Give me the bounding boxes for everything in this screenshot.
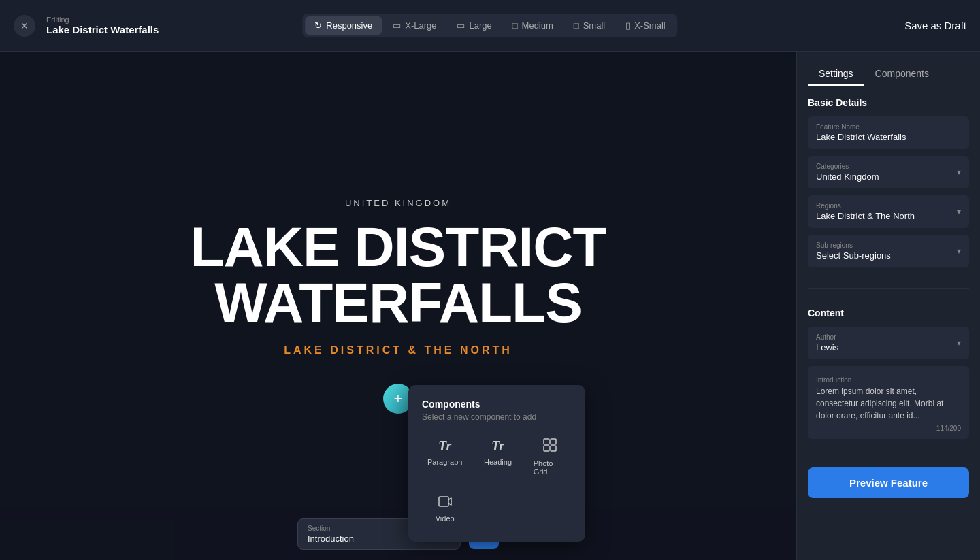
viewport-tab-xsmall-label: X-Small (634, 20, 666, 31)
author-label: Author (816, 333, 838, 341)
introduction-label: Introduction (816, 376, 851, 384)
svg-rect-1 (551, 439, 556, 444)
photo-grid-icon (543, 438, 557, 455)
xsmall-icon: ▯ (625, 20, 630, 31)
viewport-tab-xlarge[interactable]: ▭ X-Large (383, 16, 446, 35)
close-icon: ✕ (20, 20, 29, 31)
introduction-field: Introduction Lorem ipsum dolor sit amet,… (808, 366, 969, 439)
introduction-box[interactable]: Introduction Lorem ipsum dolor sit amet,… (808, 366, 969, 439)
char-count: 114/200 (816, 425, 961, 432)
subregions-box[interactable]: Sub-regions Select Sub-regions ▾ (808, 235, 969, 267)
panel-tabs: Settings Components (797, 52, 980, 86)
categories-chevron-icon: ▾ (957, 167, 961, 177)
feature-name-field: Feature Name Lake District Waterfalls (808, 116, 969, 149)
heading-icon: Tr (491, 438, 504, 454)
editing-info: Editing Lake District Waterfalls (46, 16, 159, 35)
subregions-field: Sub-regions Select Sub-regions ▾ (808, 235, 969, 267)
tab-components[interactable]: Components (864, 63, 940, 86)
subregions-text: Sub-regions Select Sub-regions (816, 242, 891, 261)
viewport-tab-small[interactable]: □ Small (564, 16, 615, 35)
viewport-tab-responsive[interactable]: ↻ Responsive (305, 16, 382, 35)
viewport-tab-large[interactable]: ▭ Large (447, 16, 501, 35)
popup-item-heading[interactable]: Tr Heading (476, 433, 519, 481)
small-icon: □ (574, 20, 579, 31)
introduction-text: Lorem ipsum dolor sit amet, consectetur … (816, 385, 961, 422)
regions-label: Regions (816, 202, 915, 210)
save-draft-button[interactable]: Save as Draft (904, 20, 966, 31)
subregions-chevron-icon: ▾ (957, 246, 961, 256)
svg-rect-4 (439, 497, 448, 506)
plus-icon: + (394, 391, 403, 406)
popup-item-paragraph-label: Paragraph (427, 458, 462, 466)
right-panel: Settings Components Basic Details Featur… (796, 52, 980, 560)
viewport-tab-large-label: Large (469, 20, 491, 31)
feature-name-label: Feature Name (816, 123, 906, 131)
viewport-tab-xlarge-label: X-Large (405, 20, 436, 31)
feature-hero: UNITED KINGDOM LAKE DISTRICT WATERFALLS … (0, 171, 796, 441)
viewport-tab-small-label: Small (583, 20, 606, 31)
responsive-icon: ↻ (314, 20, 322, 31)
editing-label: Editing (46, 16, 159, 24)
author-text: Author Lewis (816, 333, 838, 352)
large-icon: ▭ (457, 20, 465, 31)
main-content: UNITED KINGDOM LAKE DISTRICT WATERFALLS … (0, 52, 980, 560)
hero-title: LAKE DISTRICT WATERFALLS (27, 219, 769, 331)
categories-label: Categories (816, 163, 879, 170)
regions-box[interactable]: Regions Lake District & The North ▾ (808, 195, 969, 228)
close-button[interactable]: ✕ (14, 15, 35, 37)
popup-item-paragraph[interactable]: Tr Paragraph (422, 433, 468, 481)
popup-grid: Tr Paragraph Tr Heading (422, 433, 572, 528)
svg-rect-0 (544, 439, 549, 444)
divider (808, 288, 969, 289)
video-icon (438, 495, 452, 510)
popup-subtitle: Select a new component to add (422, 412, 572, 422)
popup-item-video[interactable]: Video (422, 489, 468, 528)
top-bar: ✕ Editing Lake District Waterfalls ↻ Res… (0, 0, 980, 52)
preview-feature-button[interactable]: Preview Feature (808, 467, 969, 498)
basic-details-title: Basic Details (808, 97, 969, 108)
viewport-tab-responsive-label: Responsive (326, 20, 372, 31)
content-section: Content Author Lewis ▾ Introduction Lore… (797, 297, 980, 457)
popup-item-video-label: Video (436, 514, 455, 523)
medium-icon: □ (512, 20, 518, 31)
author-field: Author Lewis ▾ (808, 327, 969, 359)
categories-value: United Kingdom (816, 171, 879, 182)
viewport-tab-medium-label: Medium (522, 20, 553, 31)
author-value: Lewis (816, 342, 838, 352)
paragraph-icon: Tr (438, 438, 451, 454)
popup-title: Components (422, 399, 572, 410)
subregions-label: Sub-regions (816, 242, 891, 249)
canvas-area: UNITED KINGDOM LAKE DISTRICT WATERFALLS … (0, 52, 796, 560)
svg-rect-2 (544, 446, 549, 451)
popup-item-heading-label: Heading (484, 458, 512, 466)
viewport-tab-medium[interactable]: □ Medium (503, 16, 563, 35)
xlarge-icon: ▭ (393, 20, 401, 31)
editing-title: Lake District Waterfalls (46, 24, 159, 35)
regions-chevron-icon: ▾ (957, 207, 961, 216)
regions-text: Regions Lake District & The North (816, 202, 915, 221)
popup-item-photo-grid[interactable]: Photo Grid (528, 433, 572, 481)
hero-region: LAKE DISTRICT & THE NORTH (27, 344, 769, 357)
popup-item-photo-grid-label: Photo Grid (534, 459, 566, 476)
feature-name-text: Feature Name Lake District Waterfalls (816, 123, 906, 142)
content-title: Content (808, 308, 969, 318)
categories-field: Categories United Kingdom ▾ (808, 156, 969, 188)
regions-field: Regions Lake District & The North ▾ (808, 195, 969, 228)
bottom-bar: Section Introduction (0, 508, 796, 560)
svg-rect-3 (551, 446, 556, 451)
hero-subtitle: UNITED KINGDOM (27, 198, 769, 208)
components-popup: Components Select a new component to add… (408, 385, 585, 542)
subregions-value: Select Sub-regions (816, 250, 891, 261)
author-chevron-icon: ▾ (957, 338, 961, 348)
author-box[interactable]: Author Lewis ▾ (808, 327, 969, 359)
categories-text: Categories United Kingdom (816, 163, 879, 182)
regions-value: Lake District & The North (816, 211, 915, 221)
categories-box[interactable]: Categories United Kingdom ▾ (808, 156, 969, 188)
tab-settings[interactable]: Settings (808, 63, 864, 86)
viewport-tabs: ↻ Responsive ▭ X-Large ▭ Large □ Medium … (302, 14, 677, 37)
viewport-tab-xsmall[interactable]: ▯ X-Small (616, 16, 675, 35)
feature-name-box[interactable]: Feature Name Lake District Waterfalls (808, 116, 969, 149)
feature-name-value: Lake District Waterfalls (816, 132, 906, 142)
basic-details-section: Basic Details Feature Name Lake District… (797, 86, 980, 285)
